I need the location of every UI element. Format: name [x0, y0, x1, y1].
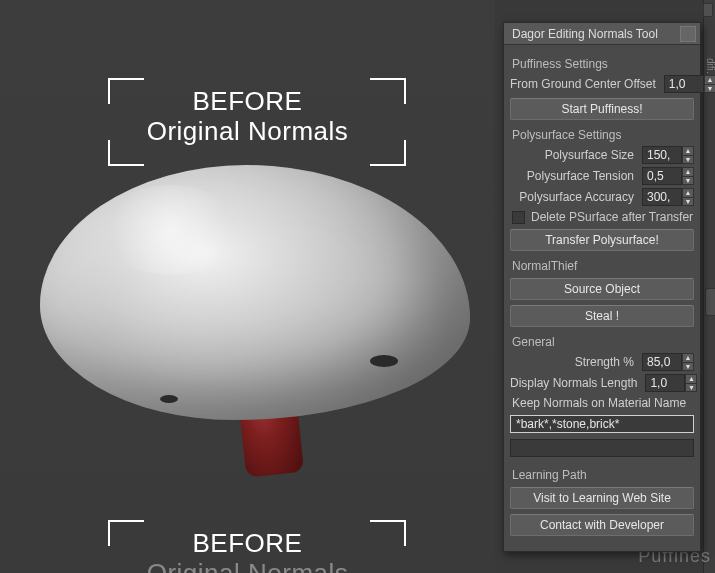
- label-poly-accuracy: Polysurface Accuracy: [510, 190, 638, 204]
- viewport-caption-before-bottom: BEFORE Original Normals: [0, 528, 495, 573]
- label-keep-normals: Keep Normals on Material Name: [512, 396, 694, 410]
- frame-bracket: [108, 520, 144, 546]
- viewport-3d[interactable]: BEFORE Original Normals BEFORE Original …: [0, 0, 495, 573]
- panel-titlebar[interactable]: Dagor Editing Normals Tool: [504, 23, 700, 45]
- canopy-gap: [160, 395, 178, 403]
- label-poly-size: Polysurface Size: [510, 148, 638, 162]
- panel-body: Puffiness Settings From Ground Center Of…: [504, 45, 700, 551]
- row-display-length: Display Normals Length ▲▼: [510, 374, 694, 392]
- spin-down-icon[interactable]: ▼: [682, 362, 694, 372]
- section-header-polysurface: Polysurface Settings: [512, 128, 694, 142]
- section-header-puffiness: Puffiness Settings: [512, 57, 694, 71]
- tree-preview: [40, 165, 470, 485]
- transfer-polysurface-button[interactable]: Transfer Polysurface!: [510, 229, 694, 251]
- frame-bracket: [108, 140, 144, 166]
- row-poly-size: Polysurface Size ▲▼: [510, 146, 694, 164]
- row-delete-psurface: Delete PSurface after Transfer: [512, 210, 694, 224]
- label-strength: Strength %: [510, 355, 638, 369]
- caption-line: BEFORE: [193, 86, 303, 116]
- spinner-poly-accuracy: ▲▼: [642, 188, 694, 206]
- material-name-extra-input[interactable]: [510, 439, 694, 457]
- spin-up-icon[interactable]: ▲: [682, 146, 694, 155]
- caption-line: Original Normals: [0, 116, 495, 146]
- spin-up-icon[interactable]: ▲: [704, 75, 715, 84]
- spin-up-icon[interactable]: ▲: [682, 353, 694, 362]
- frame-bracket: [370, 520, 406, 546]
- visit-website-button[interactable]: Visit to Learning Web Site: [510, 487, 694, 509]
- spin-down-icon[interactable]: ▼: [704, 84, 715, 94]
- source-object-button[interactable]: Source Object: [510, 278, 694, 300]
- row-ground-offset: From Ground Center Offset ▲▼: [510, 75, 694, 93]
- dock-toggle-button[interactable]: [703, 3, 713, 17]
- poly-tension-input[interactable]: [642, 167, 682, 185]
- label-poly-tension: Polysurface Tension: [510, 169, 638, 183]
- spin-up-icon[interactable]: ▲: [682, 167, 694, 176]
- spin-down-icon[interactable]: ▼: [682, 197, 694, 207]
- caption-line: BEFORE: [193, 528, 303, 558]
- delete-psurface-checkbox[interactable]: [512, 211, 525, 224]
- viewport-caption-before: BEFORE Original Normals: [0, 86, 495, 146]
- spin-up-icon[interactable]: ▲: [685, 374, 697, 383]
- material-name-input[interactable]: [510, 415, 694, 433]
- section-header-normalthief: NormalThief: [512, 259, 694, 273]
- spin-down-icon[interactable]: ▼: [682, 176, 694, 186]
- contact-developer-button[interactable]: Contact with Developer: [510, 514, 694, 536]
- close-icon[interactable]: [680, 26, 696, 42]
- canopy-gap: [370, 355, 398, 367]
- section-header-learning: Learning Path: [512, 468, 694, 482]
- poly-accuracy-input[interactable]: [642, 188, 682, 206]
- spinner-ground-offset: ▲▼: [664, 75, 715, 93]
- panel-title: Dagor Editing Normals Tool: [512, 27, 680, 41]
- spinner-strength: ▲▼: [642, 353, 694, 371]
- steal-button[interactable]: Steal !: [510, 305, 694, 327]
- strength-input[interactable]: [642, 353, 682, 371]
- start-puffiness-button[interactable]: Start Puffiness!: [510, 98, 694, 120]
- dock-tab-handle[interactable]: [705, 288, 715, 316]
- display-length-input[interactable]: [645, 374, 685, 392]
- frame-bracket: [370, 140, 406, 166]
- label-delete-psurface: Delete PSurface after Transfer: [531, 210, 693, 224]
- spinner-poly-size: ▲▼: [642, 146, 694, 164]
- spinner-display-length: ▲▼: [645, 374, 697, 392]
- poly-size-input[interactable]: [642, 146, 682, 164]
- spin-up-icon[interactable]: ▲: [682, 188, 694, 197]
- row-poly-accuracy: Polysurface Accuracy ▲▼: [510, 188, 694, 206]
- spinner-poly-tension: ▲▼: [642, 167, 694, 185]
- spin-down-icon[interactable]: ▼: [685, 383, 697, 393]
- frame-bracket: [370, 78, 406, 104]
- section-header-general: General: [512, 335, 694, 349]
- normals-tool-panel: Dagor Editing Normals Tool Puffiness Set…: [503, 22, 701, 552]
- row-poly-tension: Polysurface Tension ▲▼: [510, 167, 694, 185]
- row-strength: Strength % ▲▼: [510, 353, 694, 371]
- tree-canopy: [40, 165, 470, 420]
- ground-offset-input[interactable]: [664, 75, 704, 93]
- label-display-length: Display Normals Length: [510, 376, 641, 390]
- spin-down-icon[interactable]: ▼: [682, 155, 694, 165]
- label-ground-offset: From Ground Center Offset: [510, 77, 660, 91]
- frame-bracket: [108, 78, 144, 104]
- caption-line: Original Normals: [0, 558, 495, 573]
